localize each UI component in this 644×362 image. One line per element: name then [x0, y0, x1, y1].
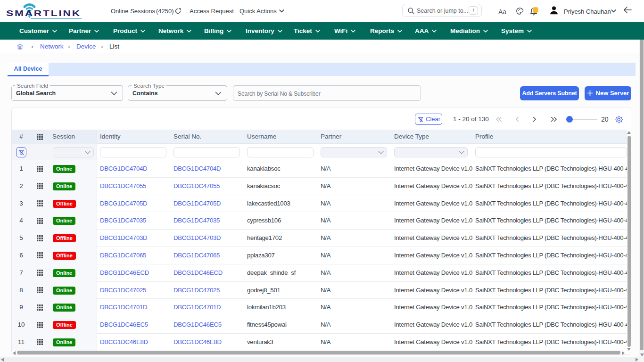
svg-text:SMARTLINK: SMARTLINK	[6, 9, 81, 17]
